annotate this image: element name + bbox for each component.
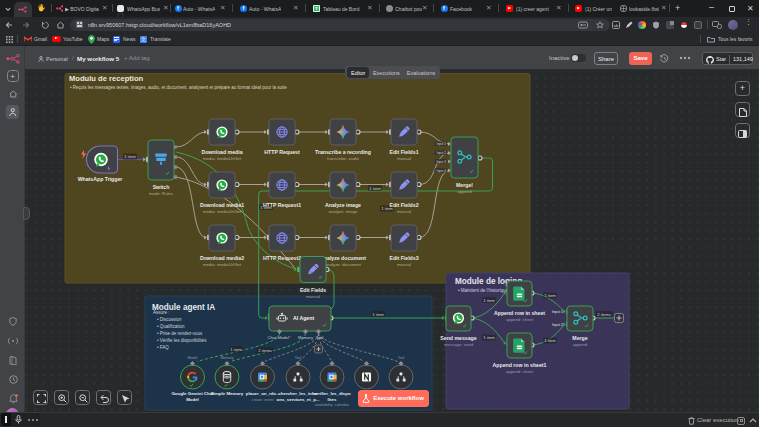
svg-text:Download media1: Download media1	[200, 202, 244, 208]
svg-text:media: mediaUrlGet: media: mediaUrlGet	[203, 156, 242, 161]
svg-text:1 item: 1 item	[483, 335, 495, 340]
svg-text:placer_un_rdv...: placer_un_rdv...	[246, 391, 279, 396]
svg-text:Model: Model	[188, 356, 198, 360]
svg-text:Edit Fields3: Edit Fields3	[389, 255, 418, 261]
svg-text:ons_services_et_p...: ons_services_et_p...	[277, 397, 320, 402]
svg-text:verifier_les_dispo: verifier_les_dispo	[313, 391, 351, 396]
svg-text:mode: Rules: mode: Rules	[149, 191, 173, 196]
svg-text:manual: manual	[397, 156, 411, 161]
svg-text:manual: manual	[397, 262, 411, 267]
svg-text:Tool: Tool	[316, 335, 324, 340]
svg-text:• Reçois les messages textes,: • Reçois les messages textes, images, au…	[70, 85, 287, 90]
svg-text:create: event: create: event	[252, 398, 275, 402]
svg-text:Modulu de reception: Modulu de reception	[69, 74, 144, 83]
svg-text:media: mediaUrlGet: media: mediaUrlGet	[203, 262, 242, 267]
svg-text:Input 2: Input 2	[552, 323, 563, 327]
svg-text:lites: lites	[328, 397, 337, 402]
svg-text:Input 1: Input 1	[552, 310, 563, 314]
svg-text:analyze: image: analyze: image	[329, 209, 359, 214]
svg-text:manual: manual	[397, 209, 411, 214]
svg-text:availability: calendar: availability: calendar	[315, 403, 350, 407]
svg-text:WhatsApp Trigger: WhatsApp Trigger	[78, 176, 123, 182]
svg-text:1 item: 1 item	[483, 298, 495, 303]
svg-text:Send message: Send message	[440, 335, 476, 341]
svg-text:HTTP Request1: HTTP Request1	[263, 202, 301, 208]
svg-text:Input 4: Input 4	[437, 169, 447, 173]
svg-text:• Qualification: • Qualification	[157, 324, 185, 329]
svg-text:Tool: Tool	[295, 356, 302, 360]
svg-text:transcribe: audio: transcribe: audio	[327, 156, 359, 161]
svg-text:Switch: Switch	[153, 184, 170, 190]
svg-text:• Vérifie les disponibilités: • Vérifie les disponibilités	[157, 338, 207, 343]
svg-text:append: sheet: append: sheet	[506, 369, 534, 374]
svg-text:Download media: Download media	[201, 149, 242, 155]
svg-text:1 item: 1 item	[230, 347, 242, 352]
svg-text:2 items: 2 items	[258, 348, 272, 353]
svg-text:append: sheet: append: sheet	[506, 317, 534, 322]
svg-text:Tool: Tool	[398, 356, 405, 360]
svg-text:1 item: 1 item	[544, 338, 556, 343]
svg-text:Memory: Memory	[298, 335, 314, 340]
svg-text:Chat Model*: Chat Model*	[267, 335, 290, 340]
svg-text:Download media2: Download media2	[200, 255, 244, 261]
svg-text:Merge: Merge	[572, 335, 587, 341]
svg-text:Google Gemini Chat: Google Gemini Chat	[171, 391, 214, 396]
svg-text:Memory: Memory	[221, 356, 234, 360]
svg-text:Input 1: Input 1	[437, 142, 447, 146]
svg-text:HTTP Request2: HTTP Request2	[263, 255, 301, 261]
svg-text:1 item: 1 item	[124, 154, 136, 159]
svg-text:Assure :: Assure :	[153, 310, 170, 315]
svg-text:chercher_les_infor: chercher_les_infor	[278, 391, 318, 396]
svg-text:Model: Model	[186, 397, 199, 402]
svg-text:HTTP Request: HTTP Request	[264, 149, 300, 155]
svg-text:media: mediaUrlGet: media: mediaUrlGet	[203, 209, 242, 214]
svg-text:Edit Fields2: Edit Fields2	[389, 202, 418, 208]
svg-text:Input 3: Input 3	[437, 160, 447, 164]
svg-text:• Prise de rendez-vous: • Prise de rendez-vous	[157, 331, 203, 336]
svg-text:Simple Memory: Simple Memory	[211, 391, 244, 396]
svg-text:Analyze image: Analyze image	[325, 202, 361, 208]
svg-text:Edit Fields: Edit Fields	[300, 287, 326, 293]
svg-text:analyze: document: analyze: document	[325, 262, 362, 267]
svg-text:Merge!: Merge!	[456, 182, 473, 188]
svg-text:2 items: 2 items	[597, 312, 611, 317]
svg-text:1 item: 1 item	[369, 186, 381, 191]
svg-text:AI Agent: AI Agent	[293, 315, 314, 321]
svg-text:append: append	[573, 342, 588, 347]
svg-text:message: send: message: send	[444, 342, 474, 347]
svg-text:Analyze document: Analyze document	[320, 255, 366, 261]
svg-text:Edit Fields1: Edit Fields1	[389, 149, 418, 155]
svg-text:manual: manual	[306, 294, 320, 299]
svg-text:• FAQ: • FAQ	[157, 345, 169, 350]
svg-text:1 item: 1 item	[372, 312, 384, 317]
svg-text:Append row in sheet1: Append row in sheet1	[493, 362, 547, 368]
svg-text:Append row in sheet: Append row in sheet	[494, 310, 545, 316]
svg-text:1 item: 1 item	[544, 293, 556, 298]
svg-text:• Discussion: • Discussion	[157, 317, 182, 322]
svg-text:Transcribe a recording: Transcribe a recording	[315, 149, 371, 155]
svg-text:append: append	[457, 189, 472, 194]
svg-text:Input 2: Input 2	[437, 151, 447, 155]
